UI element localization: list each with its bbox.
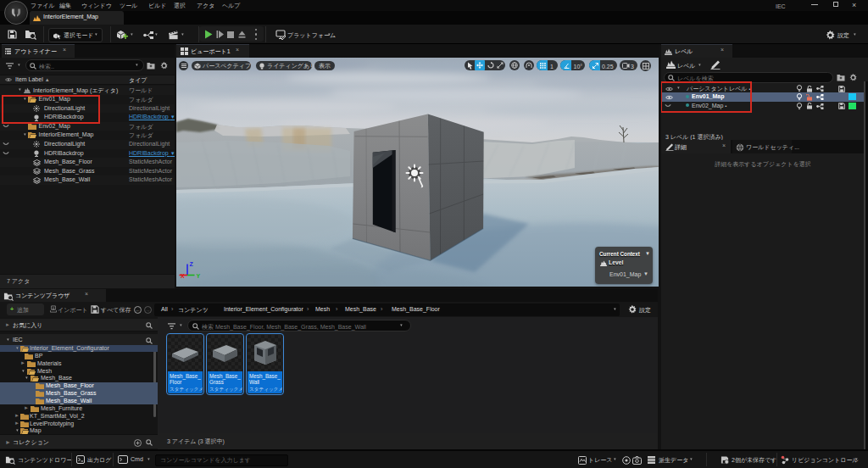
svg-text:Y: Y	[197, 273, 201, 279]
svg-text:X: X	[181, 273, 185, 279]
svg-text:Z: Z	[190, 261, 194, 267]
